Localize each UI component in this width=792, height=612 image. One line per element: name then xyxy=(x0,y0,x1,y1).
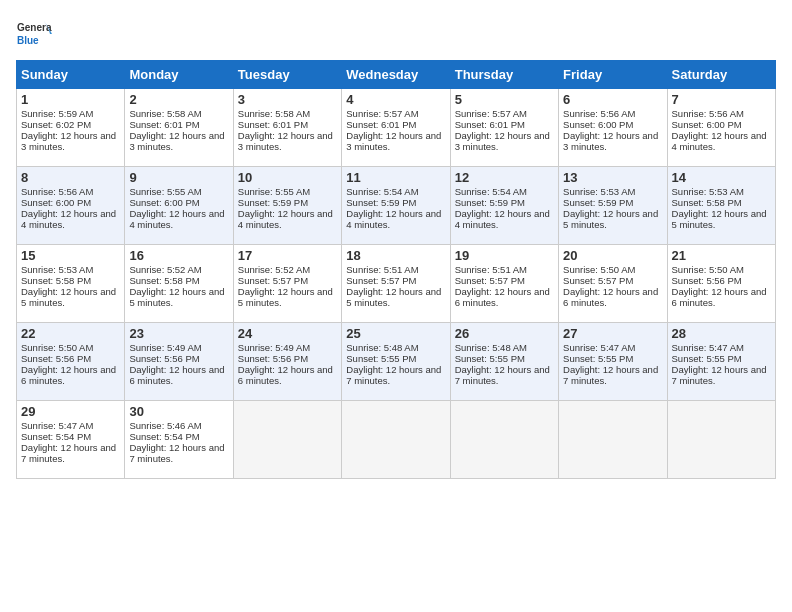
daylight-label: Daylight: 12 hours and 5 minutes. xyxy=(346,286,441,308)
sunrise: Sunrise: 5:47 AM xyxy=(672,342,744,353)
day-number: 24 xyxy=(238,326,337,341)
day-number: 22 xyxy=(21,326,120,341)
sunset: Sunset: 6:00 PM xyxy=(672,119,742,130)
sunset: Sunset: 6:02 PM xyxy=(21,119,91,130)
sunset: Sunset: 6:00 PM xyxy=(563,119,633,130)
day-number: 13 xyxy=(563,170,662,185)
table-row: 1 Sunrise: 5:59 AM Sunset: 6:02 PM Dayli… xyxy=(17,89,776,167)
col-monday: Monday xyxy=(125,61,233,89)
daylight-label: Daylight: 12 hours and 4 minutes. xyxy=(455,208,550,230)
day-number: 17 xyxy=(238,248,337,263)
table-cell: 6 Sunrise: 5:56 AM Sunset: 6:00 PM Dayli… xyxy=(559,89,667,167)
sunrise: Sunrise: 5:50 AM xyxy=(672,264,744,275)
sunrise: Sunrise: 5:58 AM xyxy=(129,108,201,119)
daylight-label: Daylight: 12 hours and 4 minutes. xyxy=(346,208,441,230)
daylight-label: Daylight: 12 hours and 4 minutes. xyxy=(129,208,224,230)
table-cell: 1 Sunrise: 5:59 AM Sunset: 6:02 PM Dayli… xyxy=(17,89,125,167)
col-sunday: Sunday xyxy=(17,61,125,89)
sunset: Sunset: 5:55 PM xyxy=(563,353,633,364)
day-number: 21 xyxy=(672,248,771,263)
table-row: 29 Sunrise: 5:47 AM Sunset: 5:54 PM Dayl… xyxy=(17,401,776,479)
page-container: General Blue Sunday Monday Tuesday Wedne… xyxy=(0,0,792,612)
daylight-label: Daylight: 12 hours and 7 minutes. xyxy=(563,364,658,386)
table-cell: 7 Sunrise: 5:56 AM Sunset: 6:00 PM Dayli… xyxy=(667,89,775,167)
day-number: 29 xyxy=(21,404,120,419)
sunrise: Sunrise: 5:53 AM xyxy=(21,264,93,275)
table-cell: 20 Sunrise: 5:50 AM Sunset: 5:57 PM Dayl… xyxy=(559,245,667,323)
table-cell: 2 Sunrise: 5:58 AM Sunset: 6:01 PM Dayli… xyxy=(125,89,233,167)
table-cell xyxy=(450,401,558,479)
daylight-label: Daylight: 12 hours and 7 minutes. xyxy=(455,364,550,386)
sunset: Sunset: 5:55 PM xyxy=(455,353,525,364)
day-number: 6 xyxy=(563,92,662,107)
sunset: Sunset: 5:55 PM xyxy=(672,353,742,364)
daylight-label: Daylight: 12 hours and 5 minutes. xyxy=(563,208,658,230)
day-number: 18 xyxy=(346,248,445,263)
sunrise: Sunrise: 5:53 AM xyxy=(672,186,744,197)
day-number: 23 xyxy=(129,326,228,341)
sunrise: Sunrise: 5:49 AM xyxy=(238,342,310,353)
table-cell: 22 Sunrise: 5:50 AM Sunset: 5:56 PM Dayl… xyxy=(17,323,125,401)
table-cell: 18 Sunrise: 5:51 AM Sunset: 5:57 PM Dayl… xyxy=(342,245,450,323)
col-saturday: Saturday xyxy=(667,61,775,89)
svg-text:General: General xyxy=(17,22,52,33)
table-cell: 9 Sunrise: 5:55 AM Sunset: 6:00 PM Dayli… xyxy=(125,167,233,245)
day-number: 10 xyxy=(238,170,337,185)
sunrise: Sunrise: 5:51 AM xyxy=(455,264,527,275)
sunrise: Sunrise: 5:56 AM xyxy=(563,108,635,119)
sunrise: Sunrise: 5:48 AM xyxy=(346,342,418,353)
table-cell: 5 Sunrise: 5:57 AM Sunset: 6:01 PM Dayli… xyxy=(450,89,558,167)
sunset: Sunset: 6:01 PM xyxy=(346,119,416,130)
sunset: Sunset: 5:58 PM xyxy=(672,197,742,208)
table-cell: 12 Sunrise: 5:54 AM Sunset: 5:59 PM Dayl… xyxy=(450,167,558,245)
table-cell: 19 Sunrise: 5:51 AM Sunset: 5:57 PM Dayl… xyxy=(450,245,558,323)
page-header: General Blue xyxy=(16,16,776,52)
table-cell xyxy=(667,401,775,479)
table-cell: 13 Sunrise: 5:53 AM Sunset: 5:59 PM Dayl… xyxy=(559,167,667,245)
table-cell: 30 Sunrise: 5:46 AM Sunset: 5:54 PM Dayl… xyxy=(125,401,233,479)
day-number: 9 xyxy=(129,170,228,185)
table-cell xyxy=(233,401,341,479)
sunrise: Sunrise: 5:51 AM xyxy=(346,264,418,275)
col-thursday: Thursday xyxy=(450,61,558,89)
sunrise: Sunrise: 5:57 AM xyxy=(346,108,418,119)
day-number: 5 xyxy=(455,92,554,107)
calendar-header-row: Sunday Monday Tuesday Wednesday Thursday… xyxy=(17,61,776,89)
sunset: Sunset: 6:00 PM xyxy=(129,197,199,208)
sunset: Sunset: 5:57 PM xyxy=(238,275,308,286)
daylight-label: Daylight: 12 hours and 6 minutes. xyxy=(238,364,333,386)
sunrise: Sunrise: 5:48 AM xyxy=(455,342,527,353)
daylight-label: Daylight: 12 hours and 6 minutes. xyxy=(563,286,658,308)
sunrise: Sunrise: 5:46 AM xyxy=(129,420,201,431)
daylight-label: Daylight: 12 hours and 5 minutes. xyxy=(129,286,224,308)
table-cell: 14 Sunrise: 5:53 AM Sunset: 5:58 PM Dayl… xyxy=(667,167,775,245)
sunset: Sunset: 6:01 PM xyxy=(238,119,308,130)
table-cell: 28 Sunrise: 5:47 AM Sunset: 5:55 PM Dayl… xyxy=(667,323,775,401)
daylight-label: Daylight: 12 hours and 3 minutes. xyxy=(238,130,333,152)
sunset: Sunset: 6:01 PM xyxy=(455,119,525,130)
sunrise: Sunrise: 5:52 AM xyxy=(238,264,310,275)
sunset: Sunset: 5:55 PM xyxy=(346,353,416,364)
day-number: 11 xyxy=(346,170,445,185)
daylight-label: Daylight: 12 hours and 3 minutes. xyxy=(21,130,116,152)
day-number: 19 xyxy=(455,248,554,263)
sunset: Sunset: 6:01 PM xyxy=(129,119,199,130)
sunrise: Sunrise: 5:50 AM xyxy=(21,342,93,353)
sunset: Sunset: 5:56 PM xyxy=(672,275,742,286)
table-cell xyxy=(342,401,450,479)
daylight-label: Daylight: 12 hours and 4 minutes. xyxy=(238,208,333,230)
sunrise: Sunrise: 5:56 AM xyxy=(21,186,93,197)
table-cell: 16 Sunrise: 5:52 AM Sunset: 5:58 PM Dayl… xyxy=(125,245,233,323)
sunrise: Sunrise: 5:54 AM xyxy=(455,186,527,197)
table-row: 15 Sunrise: 5:53 AM Sunset: 5:58 PM Dayl… xyxy=(17,245,776,323)
day-number: 15 xyxy=(21,248,120,263)
daylight-label: Daylight: 12 hours and 3 minutes. xyxy=(129,130,224,152)
day-number: 1 xyxy=(21,92,120,107)
sunrise: Sunrise: 5:47 AM xyxy=(563,342,635,353)
sunset: Sunset: 5:54 PM xyxy=(21,431,91,442)
logo-svg: General Blue xyxy=(16,16,52,52)
table-cell: 29 Sunrise: 5:47 AM Sunset: 5:54 PM Dayl… xyxy=(17,401,125,479)
daylight-label: Daylight: 12 hours and 6 minutes. xyxy=(129,364,224,386)
daylight-label: Daylight: 12 hours and 3 minutes. xyxy=(455,130,550,152)
day-number: 8 xyxy=(21,170,120,185)
